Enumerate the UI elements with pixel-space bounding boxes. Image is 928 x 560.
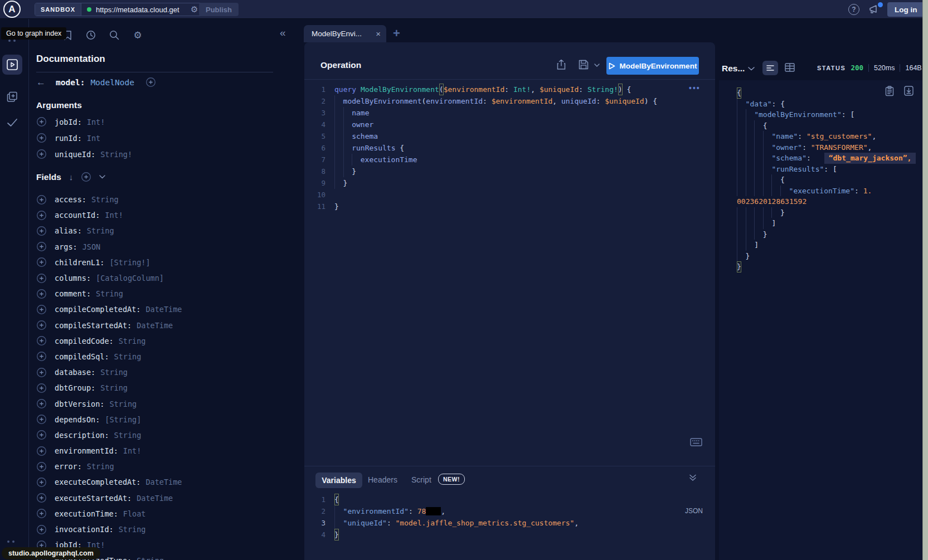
rail-explorer-button[interactable] [2, 55, 22, 75]
share-icon[interactable] [556, 59, 566, 70]
field-name[interactable]: dbtVersion: [55, 400, 104, 408]
add-field-icon[interactable] [36, 116, 47, 127]
history-icon[interactable] [85, 29, 97, 41]
new-tab-button[interactable]: + [393, 26, 400, 41]
add-field-icon[interactable] [36, 508, 47, 519]
field-name[interactable]: executionTime: [55, 509, 118, 518]
field-type[interactable]: String! [100, 150, 132, 159]
code-line[interactable]: { [737, 174, 921, 186]
settings-gear-icon[interactable]: ⚙ [132, 29, 144, 41]
code-line[interactable]: ] [737, 218, 921, 229]
copy-response-icon[interactable] [885, 86, 894, 96]
sandbox-badge[interactable]: SANDBOX [35, 3, 81, 16]
code-line[interactable]: } [737, 251, 921, 262]
field-name[interactable]: dbtGroup: [55, 383, 95, 392]
search-icon[interactable] [108, 29, 120, 41]
add-field-icon[interactable] [36, 273, 47, 284]
announcements-icon[interactable] [868, 4, 882, 15]
field-name[interactable]: executeCompletedAt: [55, 478, 140, 486]
field-name[interactable]: alias: [55, 226, 82, 235]
field-name[interactable]: args: [55, 242, 77, 251]
tab-variables[interactable]: Variables [315, 473, 362, 488]
field-type[interactable]: Int! [87, 118, 105, 126]
field-name[interactable]: invocationId: [55, 525, 114, 534]
code-line[interactable]: 7executionTime [310, 154, 704, 165]
add-field-icon[interactable] [36, 398, 47, 409]
add-field-icon[interactable] [36, 351, 47, 362]
add-fields-icon[interactable] [81, 172, 91, 182]
field-type[interactable]: JSON [82, 242, 101, 251]
page-scrollbar[interactable] [922, 0, 928, 560]
close-tab-icon[interactable]: × [376, 29, 381, 38]
field-type[interactable]: Int! [123, 446, 142, 455]
field-type[interactable]: String [119, 525, 146, 534]
field-name[interactable]: error: [55, 462, 82, 471]
code-line[interactable]: 2"environmentId": 78, [310, 505, 704, 517]
publish-button[interactable]: Publish [199, 3, 239, 16]
chevron-down-icon[interactable] [99, 175, 105, 179]
response-chevron-icon[interactable] [748, 67, 755, 71]
response-title[interactable]: Res... [722, 64, 745, 74]
field-type[interactable]: String [114, 352, 142, 361]
code-line[interactable]: 4} [310, 529, 704, 540]
field-type[interactable]: DateTime [137, 494, 173, 503]
field-type[interactable]: [String] [105, 415, 141, 424]
code-line[interactable]: 8} [310, 165, 704, 177]
operation-tab[interactable]: ModelByEnvi... × [304, 25, 386, 42]
field-name[interactable]: comment: [55, 289, 91, 298]
add-field-icon[interactable] [36, 461, 47, 472]
field-name[interactable]: accountId: [55, 211, 100, 220]
field-name[interactable]: columns: [55, 274, 91, 283]
add-field-icon[interactable] [36, 194, 47, 205]
graph-index-icon-partial[interactable] [8, 40, 16, 42]
back-arrow-icon[interactable]: ← [36, 77, 46, 87]
add-field-icon[interactable] [36, 257, 47, 267]
field-name[interactable]: childrenL1: [55, 258, 104, 267]
add-field-icon[interactable] [36, 446, 47, 456]
field-type[interactable]: String [96, 289, 123, 298]
field-name[interactable]: compiledSql: [55, 352, 109, 361]
field-type[interactable]: DateTime [145, 305, 182, 314]
field-name[interactable]: jobId: [55, 118, 82, 126]
help-icon[interactable]: ? [848, 4, 859, 15]
field-type[interactable]: String [100, 368, 128, 377]
add-all-fields-icon[interactable] [145, 77, 156, 87]
field-name[interactable]: compileStartedAt: [55, 321, 132, 330]
field-type[interactable]: String [100, 383, 128, 392]
code-line[interactable]: 1query ModelByEnvironment($environmentId… [310, 84, 704, 95]
field-type[interactable]: Float [123, 509, 146, 518]
field-name[interactable]: compileCompletedAt: [55, 305, 140, 314]
code-line[interactable]: 6runResults { [310, 142, 704, 154]
add-field-icon[interactable] [36, 226, 47, 236]
add-field-icon[interactable] [36, 414, 47, 425]
response-json[interactable]: {"data": {"modelByEnvironment": [{"name"… [737, 87, 921, 272]
variables-editor[interactable]: 1{2"environmentId": 78,3"uniqueId": "mod… [310, 494, 704, 540]
login-button[interactable]: Log in [887, 2, 925, 17]
code-line[interactable]: 3"uniqueId": "model.jaffle_shop_metrics.… [310, 517, 704, 529]
add-field-icon[interactable] [36, 133, 47, 143]
code-line[interactable]: 11} [310, 201, 704, 212]
field-name[interactable]: description: [55, 431, 109, 440]
code-line[interactable]: 9} [310, 177, 704, 189]
field-name[interactable]: environmentId: [55, 446, 118, 455]
field-name[interactable]: executeStartedAt: [55, 494, 132, 503]
collapse-panel-icon[interactable] [689, 474, 697, 481]
code-line[interactable]: 0023620128631592 [737, 196, 921, 207]
field-name[interactable]: access: [55, 195, 86, 204]
save-options-chevron-icon[interactable] [594, 64, 600, 67]
add-field-icon[interactable] [36, 210, 47, 221]
code-line[interactable]: } [737, 207, 921, 218]
code-line[interactable]: 4owner [310, 119, 704, 130]
rail-bottom-icon-partial[interactable] [7, 540, 14, 543]
field-type[interactable]: String [91, 195, 119, 204]
add-field-icon[interactable] [36, 383, 47, 393]
add-field-icon[interactable] [36, 430, 47, 440]
sort-descending-icon[interactable]: ↓ [69, 172, 74, 182]
run-operation-button[interactable]: ModelByEnvironment [606, 57, 699, 75]
rail-checklist-button[interactable] [2, 113, 22, 133]
apollo-logo[interactable]: A [3, 1, 21, 18]
code-line[interactable]: "owner": "TRANSFORMER", [737, 142, 921, 153]
add-field-icon[interactable] [36, 320, 47, 330]
field-type[interactable]: [CatalogColumn] [96, 274, 164, 283]
code-line[interactable]: "data": { [737, 99, 921, 110]
